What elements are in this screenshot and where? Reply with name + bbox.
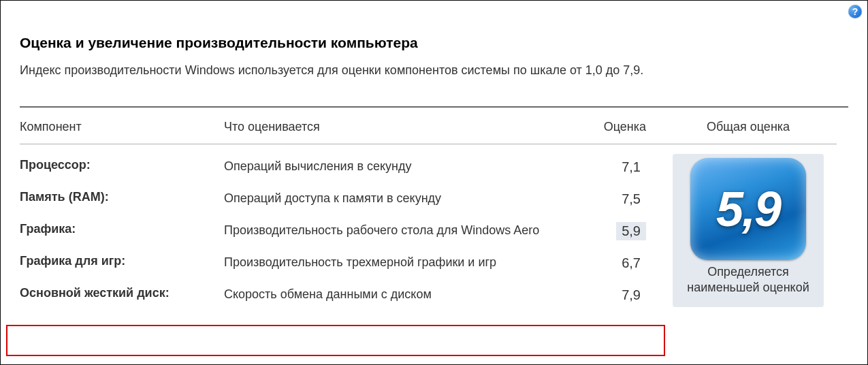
component-name: Основной жесткий диск: [20,279,224,307]
component-score: 7,5 [585,183,660,215]
scores-table: Компонент Что оценивается Оценка Общая о… [20,117,848,311]
page-title: Оценка и увеличение производительности к… [20,35,848,51]
component-name: Графика: [20,215,224,243]
component-score: 7,1 [585,151,660,183]
overall-score-value: 5,9 [716,181,780,237]
overall-score-caption: Определяется наименьшей оценкой [677,264,820,296]
page-subtitle: Индекс производительности Windows исполь… [20,63,848,78]
overall-score-box: 5,9 Определяется наименьшей оценкой [673,154,824,307]
component-desc: Производительность рабочего стола для Wi… [224,215,585,245]
component-desc: Производительность трехмерной графики и … [224,247,585,277]
header-component: Компонент [20,117,224,144]
component-desc: Скорость обмена данными с диском [224,279,585,309]
component-desc: Операций вычисления в секунду [224,151,585,181]
window-frame: { "help_tooltip": "?", "title": "Оценка … [0,0,868,365]
component-name: Графика для игр: [20,247,224,275]
header-score: Оценка [585,117,660,144]
component-desc: Операций доступа к памяти в секунду [224,183,585,213]
header-overall: Общая оценка [660,117,837,144]
component-score: 7,9 [585,279,660,311]
help-icon[interactable]: ? [848,5,862,18]
component-name: Процессор: [20,151,224,179]
component-score: 6,7 [585,247,660,279]
header-what: Что оценивается [224,117,585,144]
highlight-outline [6,325,665,356]
header-separator [20,144,837,144]
section-divider [20,106,848,108]
content-area: Оценка и увеличение производительности к… [1,1,867,318]
component-score-lowest: 5,9 [585,215,660,247]
component-name: Память (RAM): [20,183,224,211]
overall-score-badge: 5,9 [690,158,806,260]
overall-score-cell: 5,9 Определяется наименьшей оценкой [660,151,837,307]
